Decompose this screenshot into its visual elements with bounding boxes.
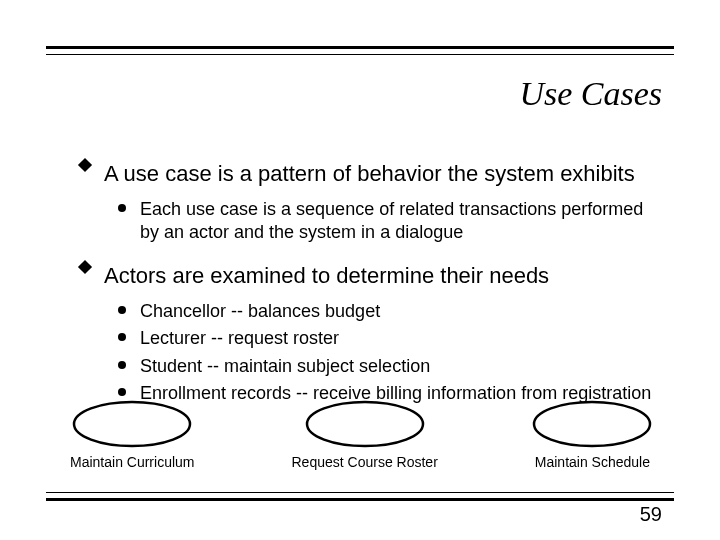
subbullet-2-2: Lecturer -- request roster: [118, 327, 660, 350]
bullet-main-2-text: Actors are examined to determine their n…: [104, 262, 660, 290]
use-case-2-label: Request Course Roster: [292, 454, 438, 470]
subbullet-2-3: Student -- maintain subject selection: [118, 355, 660, 378]
subbullet-2-4: Enrollment records -- receive billing in…: [118, 382, 660, 405]
diamond-bullet-icon: [78, 260, 92, 274]
use-case-1-label: Maintain Curriculum: [70, 454, 194, 470]
use-case-row: Maintain Curriculum Request Course Roste…: [62, 454, 658, 470]
dot-bullet-icon: [118, 333, 126, 341]
bullet-main-1-text: A use case is a pattern of behavior the …: [104, 160, 660, 188]
subbullet-1-1: Each use case is a sequence of related t…: [118, 198, 660, 245]
use-case-2: Request Course Roster: [284, 454, 446, 470]
dot-bullet-icon: [118, 204, 126, 212]
bullet-main-2: Actors are examined to determine their n…: [80, 262, 660, 290]
subbullet-2-1: Chancellor -- balances budget: [118, 300, 660, 323]
use-case-3-label: Maintain Schedule: [535, 454, 650, 470]
use-case-1: Maintain Curriculum: [62, 454, 202, 470]
subbullet-2-2-text: Lecturer -- request roster: [140, 327, 339, 350]
subbullet-2-4-text: Enrollment records -- receive billing in…: [140, 382, 651, 405]
dot-bullet-icon: [118, 306, 126, 314]
slide-body: A use case is a pattern of behavior the …: [80, 160, 660, 423]
diamond-bullet-icon: [78, 158, 92, 172]
subbullet-1-1-text: Each use case is a sequence of related t…: [140, 198, 660, 245]
page-number: 59: [640, 503, 662, 526]
subbullet-2-3-text: Student -- maintain subject selection: [140, 355, 430, 378]
use-case-3: Maintain Schedule: [527, 454, 658, 470]
page-title: Use Cases: [519, 75, 662, 113]
dot-bullet-icon: [118, 361, 126, 369]
dot-bullet-icon: [118, 388, 126, 396]
subbullet-2-1-text: Chancellor -- balances budget: [140, 300, 380, 323]
bullet-main-1: A use case is a pattern of behavior the …: [80, 160, 660, 188]
